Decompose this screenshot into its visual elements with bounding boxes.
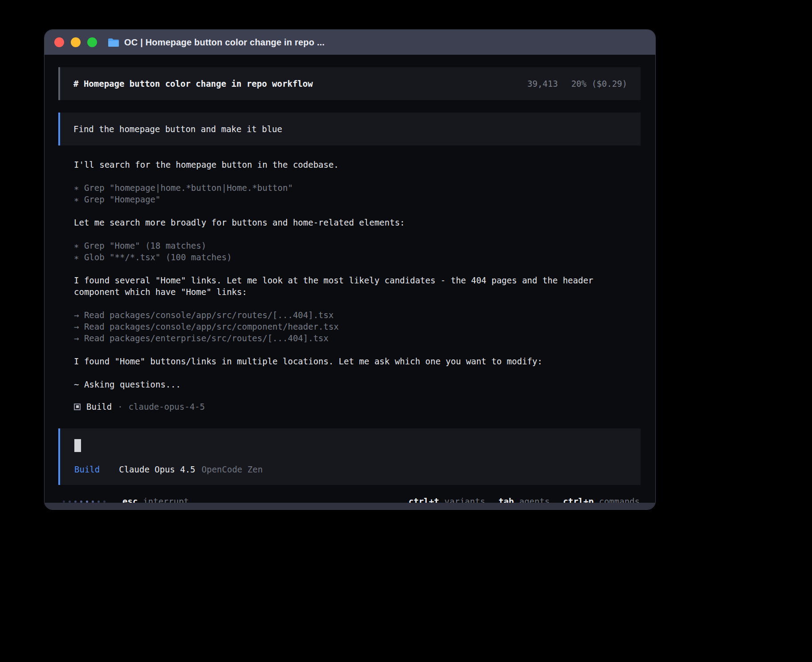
folder-icon bbox=[108, 38, 119, 47]
text-cursor bbox=[74, 439, 81, 452]
status-text: ~ Asking questions... bbox=[74, 379, 640, 390]
session-header: # Homepage button color change in repo w… bbox=[58, 67, 641, 100]
assistant-text: I'll search for the homepage button in t… bbox=[74, 159, 640, 170]
tool-call-group: → Read packages/console/app/src/routes/[… bbox=[74, 309, 640, 344]
window-title-area: OC | Homepage button color change in rep… bbox=[108, 37, 325, 48]
assistant-text: I found "Home" buttons/links in multiple… bbox=[74, 355, 640, 367]
tool-call-read: → Read packages/console/app/src/componen… bbox=[74, 321, 640, 332]
zoom-button[interactable] bbox=[87, 37, 97, 47]
terminal-window: OC | Homepage button color change in rep… bbox=[44, 29, 656, 510]
separator-dot: · bbox=[118, 402, 122, 412]
spinner-dots-icon bbox=[63, 501, 106, 503]
minimize-button[interactable] bbox=[71, 37, 81, 47]
user-message: Find the homepage button and make it blu… bbox=[58, 113, 641, 145]
titlebar[interactable]: OC | Homepage button color change in rep… bbox=[45, 30, 655, 55]
context-cost: 20% ($0.29) bbox=[571, 78, 627, 89]
tool-call-glob: ∗ Glob "**/*.tsx" (100 matches) bbox=[74, 251, 640, 263]
tool-call-grep: ∗ Grep "homepage|home.*button|Home.*butt… bbox=[74, 182, 640, 194]
agent-model: claude-opus-4-5 bbox=[129, 402, 205, 412]
agent-icon bbox=[74, 404, 81, 410]
terminal-content: # Homepage button color change in repo w… bbox=[45, 55, 655, 506]
session-stats: 39,413 20% ($0.29) bbox=[528, 78, 627, 89]
tool-call-grep: ∗ Grep "Home" (18 matches) bbox=[74, 240, 640, 251]
window-bottom-edge bbox=[45, 503, 655, 509]
tool-call-grep: ∗ Grep "Homepage" bbox=[74, 194, 640, 205]
prompt-input[interactable]: Build Claude Opus 4.5 OpenCode Zen bbox=[58, 428, 641, 485]
tool-call-read: → Read packages/console/app/src/routes/[… bbox=[74, 309, 640, 321]
window-title: OC | Homepage button color change in rep… bbox=[124, 37, 325, 48]
tool-call-group: ∗ Grep "Home" (18 matches) ∗ Glob "**/*.… bbox=[74, 240, 640, 263]
close-button[interactable] bbox=[54, 37, 64, 47]
model-name[interactable]: Claude Opus 4.5 bbox=[119, 464, 195, 475]
token-count: 39,413 bbox=[528, 78, 558, 89]
agent-line: Build · claude-opus-4-5 bbox=[74, 402, 640, 412]
tool-call-group: ∗ Grep "homepage|home.*button|Home.*butt… bbox=[74, 182, 640, 205]
assistant-text: I found several "Home" links. Let me loo… bbox=[74, 274, 640, 298]
agent-name: Build bbox=[86, 402, 112, 412]
transcript: I'll search for the homepage button in t… bbox=[58, 159, 641, 412]
tool-call-read: → Read packages/enterprise/src/routes/[.… bbox=[74, 332, 640, 344]
session-title: # Homepage button color change in repo w… bbox=[73, 78, 313, 89]
provider-name: OpenCode Zen bbox=[202, 464, 263, 475]
assistant-text: Let me search more broadly for buttons a… bbox=[74, 217, 640, 228]
traffic-lights bbox=[54, 37, 97, 47]
model-row: Build Claude Opus 4.5 OpenCode Zen bbox=[74, 464, 627, 475]
mode-label[interactable]: Build bbox=[74, 464, 100, 475]
